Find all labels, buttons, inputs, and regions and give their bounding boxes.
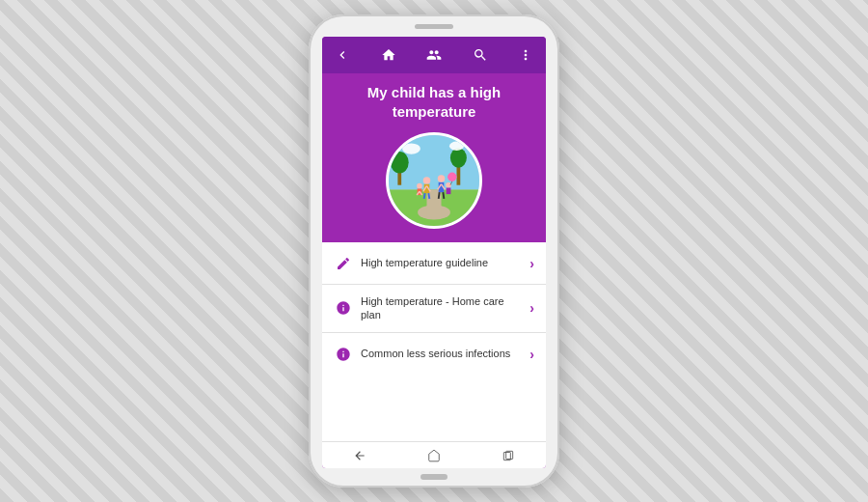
menu-list: High temperature guideline › High temper… [322,242,546,441]
info-icon-2 [334,345,353,364]
svg-point-26 [448,173,456,181]
chevron-right-icon-3: › [529,347,534,362]
people-icon[interactable] [423,44,445,66]
hero-title: My child has a high temperature [332,83,536,121]
svg-point-8 [423,177,431,184]
menu-item-home-care-label: High temperature - Home care plan [361,294,526,322]
svg-line-22 [439,192,440,199]
svg-point-7 [450,148,467,168]
svg-line-12 [424,193,425,199]
phone-screen: My child has a high temperature [322,37,546,468]
menu-item-infections-label: Common less serious infections [361,347,526,360]
svg-rect-25 [447,188,451,195]
phone-home-button [420,474,448,480]
svg-point-29 [449,142,464,151]
more-options-button[interactable] [515,44,536,66]
svg-point-5 [391,152,409,174]
hero-image [386,132,482,229]
menu-item-home-care[interactable]: High temperature - Home care plan › [322,285,546,333]
android-recents-button[interactable] [502,449,515,462]
svg-point-28 [402,143,420,153]
menu-item-infections[interactable]: Common less serious infections › [322,333,546,376]
search-button[interactable] [470,44,491,66]
phone-device: My child has a high temperature [309,14,559,488]
svg-point-18 [438,175,446,182]
chevron-right-icon-1: › [529,256,534,271]
hero-section: My child has a high temperature [322,73,546,242]
android-back-button[interactable] [353,449,366,462]
svg-line-13 [428,193,429,199]
menu-item-guideline-label: High temperature guideline [361,256,526,269]
android-home-button[interactable] [427,449,441,462]
menu-item-guideline[interactable]: High temperature guideline › [322,242,546,285]
bottom-nav-bar [322,441,546,468]
svg-line-23 [443,192,444,199]
chevron-right-icon-2: › [529,300,534,316]
info-icon-1 [334,298,353,318]
pencil-icon [334,254,353,273]
home-button[interactable] [378,44,399,66]
phone-speaker [415,24,453,29]
back-button[interactable] [332,44,353,66]
svg-point-14 [417,183,422,189]
nav-bar [322,37,546,73]
